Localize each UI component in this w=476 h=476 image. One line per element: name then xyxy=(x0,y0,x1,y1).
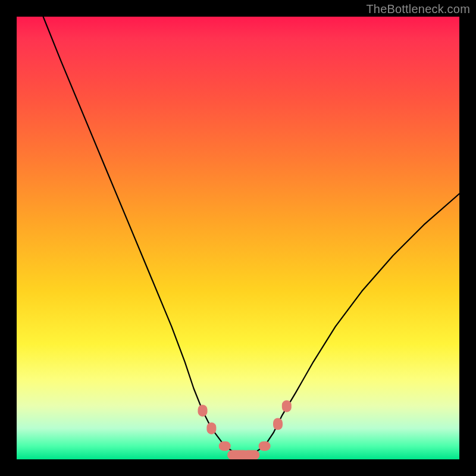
highlight-marker xyxy=(219,441,231,451)
watermark-text: TheBottleneck.com xyxy=(366,2,470,16)
chart-frame: TheBottleneck.com xyxy=(0,0,476,476)
highlight-marker xyxy=(282,400,292,412)
plot-area xyxy=(17,17,459,459)
bottleneck-curve-path xyxy=(43,17,459,455)
highlight-marker xyxy=(259,441,271,451)
highlight-marker xyxy=(198,405,208,416)
highlight-marker xyxy=(206,422,216,434)
bottleneck-curve-svg xyxy=(17,17,459,459)
highlight-marker xyxy=(273,418,283,430)
highlight-marker xyxy=(243,450,259,459)
